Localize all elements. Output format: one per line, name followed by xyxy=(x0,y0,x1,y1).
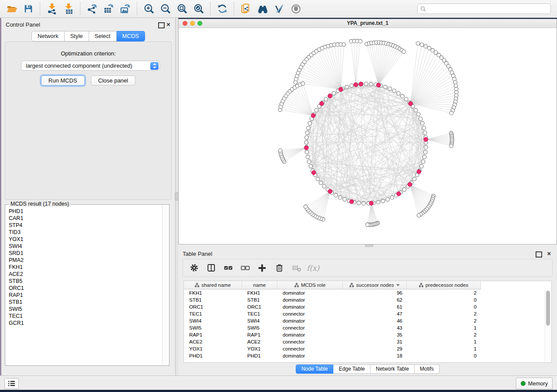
column-header-name[interactable]: name xyxy=(242,281,277,289)
float-panel-icon[interactable] xyxy=(158,22,165,28)
table-cell[interactable]: ACE2 xyxy=(242,338,277,345)
result-node-item[interactable]: FKH1 xyxy=(6,264,163,271)
table-cell[interactable]: FKH1 xyxy=(184,289,242,296)
table-cell[interactable]: dominator xyxy=(277,317,343,324)
table-row[interactable]: TEC1TEC1connector472 xyxy=(184,310,551,317)
export-image-button[interactable] xyxy=(117,1,134,16)
result-node-item[interactable]: CAR1 xyxy=(6,215,163,222)
zoom-in-button[interactable] xyxy=(141,1,157,16)
table-cell[interactable]: FKH1 xyxy=(242,289,277,296)
import-network-button[interactable] xyxy=(44,1,60,16)
result-node-item[interactable]: SWI5 xyxy=(6,306,163,313)
result-node-item[interactable]: ACE2 xyxy=(6,271,163,278)
save-session-button[interactable] xyxy=(20,1,37,16)
result-list-scrollbar[interactable] xyxy=(162,205,169,365)
close-panel-icon[interactable]: × xyxy=(547,251,551,256)
close-panel-button[interactable]: Close panel xyxy=(91,76,136,86)
network-graph[interactable] xyxy=(179,28,557,244)
result-node-item[interactable]: PMA2 xyxy=(6,257,163,264)
table-cell[interactable]: dominator xyxy=(277,303,343,310)
table-cell[interactable]: connector xyxy=(277,338,343,345)
table-cell[interactable]: TEC1 xyxy=(184,310,242,317)
table-row[interactable]: PHD1PHD1dominator180 xyxy=(184,352,551,359)
table-row[interactable]: RAP1RAP1dominator352 xyxy=(184,331,551,338)
tab-node-table[interactable]: Node Table xyxy=(296,364,334,374)
table-cell[interactable]: 2 xyxy=(407,310,481,317)
table-cell[interactable]: 61 xyxy=(343,303,407,310)
add-column-button[interactable] xyxy=(256,261,269,275)
table-cell[interactable]: dominator xyxy=(277,289,343,296)
table-cell[interactable]: YOX1 xyxy=(184,345,242,352)
table-cell[interactable]: dominator xyxy=(277,352,343,359)
table-cell[interactable]: STB1 xyxy=(242,296,277,303)
table-cell[interactable]: 2 xyxy=(407,317,481,324)
import-table-button[interactable] xyxy=(60,1,77,16)
float-panel-icon[interactable] xyxy=(536,251,542,258)
table-row[interactable]: YOX1YOX1connector291 xyxy=(184,345,551,352)
apply-layout-button[interactable] xyxy=(214,1,231,16)
search-network-button[interactable] xyxy=(254,1,271,16)
memory-button[interactable]: Memory xyxy=(516,378,553,389)
tab-style[interactable]: Style xyxy=(65,31,89,41)
result-node-item[interactable]: PHD1 xyxy=(6,208,163,215)
table-cell[interactable]: 46 xyxy=(343,317,407,324)
table-cell[interactable]: 96 xyxy=(343,289,407,296)
table-cell[interactable]: 0 xyxy=(407,296,481,303)
result-node-item[interactable]: YOX1 xyxy=(6,236,163,243)
table-cell[interactable]: 29 xyxy=(343,345,407,352)
table-cell[interactable]: connector xyxy=(277,345,343,352)
table-cell[interactable]: 1 xyxy=(407,338,481,345)
table-cell[interactable]: 35 xyxy=(343,331,407,338)
table-cell[interactable]: TEC1 xyxy=(242,310,277,317)
close-panel-icon[interactable]: × xyxy=(166,22,170,27)
table-cell[interactable]: 1 xyxy=(407,324,481,331)
zoom-fit-button[interactable] xyxy=(174,1,190,16)
table-scrollbar-thumb[interactable] xyxy=(546,291,550,326)
table-cell[interactable]: RAP1 xyxy=(242,331,277,338)
table-cell[interactable]: 0 xyxy=(407,352,481,359)
export-network-button[interactable] xyxy=(84,1,100,16)
share-document-button[interactable] xyxy=(238,1,254,16)
table-cell[interactable]: 18 xyxy=(343,352,407,359)
table-cell[interactable]: 62 xyxy=(343,296,407,303)
deselect-all-button[interactable] xyxy=(239,261,252,275)
result-node-item[interactable]: RAP1 xyxy=(6,292,163,299)
select-all-button[interactable] xyxy=(221,261,235,275)
result-node-item[interactable]: TEC1 xyxy=(6,313,163,320)
table-cell[interactable]: RAP1 xyxy=(184,331,242,338)
column-header-successor-nodes[interactable]: successor nodes xyxy=(343,281,407,289)
table-cell[interactable]: 1 xyxy=(407,345,481,352)
table-cell[interactable]: 47 xyxy=(343,310,407,317)
result-node-item[interactable]: STB5 xyxy=(6,278,163,285)
table-cell[interactable]: 2 xyxy=(407,331,481,338)
table-row[interactable]: ACE2ACE2connector311 xyxy=(184,338,551,345)
table-cell[interactable]: ACE2 xyxy=(184,338,242,345)
table-cell[interactable]: SWI5 xyxy=(242,324,277,331)
column-header-MCDS-role[interactable]: MCDS role xyxy=(277,281,343,289)
result-node-item[interactable]: GCR1 xyxy=(6,320,163,327)
table-cell[interactable]: ORC1 xyxy=(184,303,242,310)
table-cell[interactable]: STB1 xyxy=(184,296,242,303)
table-cell[interactable]: 43 xyxy=(343,324,407,331)
table-cell[interactable]: 31 xyxy=(343,338,407,345)
delete-table-button[interactable] xyxy=(290,261,303,275)
result-node-item[interactable]: STB1 xyxy=(6,299,163,306)
table-cell[interactable]: 2 xyxy=(407,289,481,296)
table-cell[interactable]: 0 xyxy=(407,303,481,310)
table-scrollbar[interactable] xyxy=(545,290,551,362)
show-details-button[interactable] xyxy=(287,1,304,16)
hide-details-button[interactable] xyxy=(271,1,287,16)
column-layout-button[interactable] xyxy=(204,261,218,275)
table-row[interactable]: STB1STB1dominator620 xyxy=(184,296,551,303)
run-mcds-button[interactable]: Run MCDS xyxy=(41,76,85,86)
result-node-item[interactable]: SWI4 xyxy=(6,243,163,250)
column-header-shared-name[interactable]: shared name xyxy=(184,281,242,289)
result-node-item[interactable]: SRD1 xyxy=(6,250,163,257)
table-settings-button[interactable] xyxy=(187,261,201,275)
table-row[interactable]: FKH1FKH1dominator962 xyxy=(184,289,551,296)
table-cell[interactable]: ORC1 xyxy=(242,303,277,310)
table-cell[interactable]: PHD1 xyxy=(184,352,242,359)
table-cell[interactable]: SWI4 xyxy=(242,317,277,324)
result-node-item[interactable]: STP4 xyxy=(6,222,163,229)
tab-mcds[interactable]: MCDS xyxy=(117,31,145,41)
